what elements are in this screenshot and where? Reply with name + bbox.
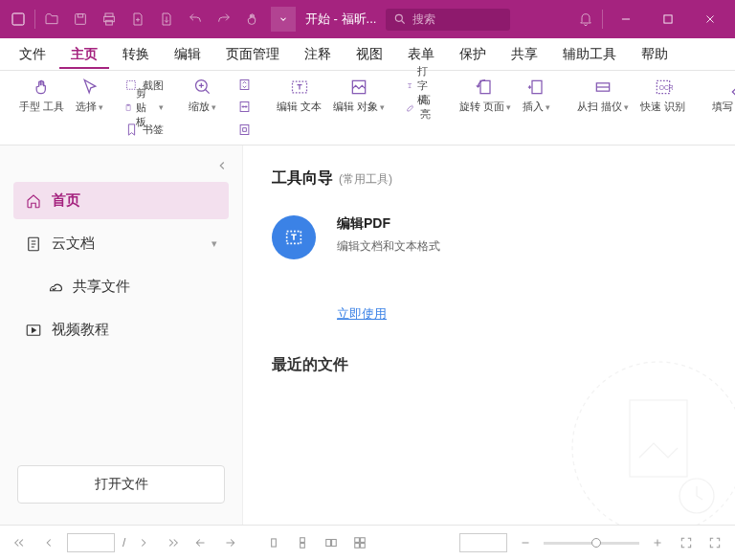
doc-export-icon[interactable] <box>152 5 181 34</box>
layout-facing-button[interactable] <box>321 532 342 553</box>
fill-sign-button[interactable]: 填写 &签名 <box>706 75 735 115</box>
use-now-link[interactable]: 立即使用 <box>337 305 387 323</box>
menu-bar: 文件 主页 转换 编辑 页面管理 注释 视图 表单 保护 共享 辅助工具 帮助 <box>0 38 735 71</box>
search-placeholder: 搜索 <box>412 11 435 28</box>
tool-desc: 编辑文档和文本格式 <box>337 238 440 255</box>
minimize-button[interactable] <box>605 0 647 38</box>
layout-cont-facing-button[interactable] <box>349 532 370 553</box>
svg-point-6 <box>396 14 403 21</box>
menu-annotate[interactable]: 注释 <box>293 40 343 69</box>
guide-title: 工具向导(常用工具) <box>272 168 706 189</box>
bell-icon[interactable] <box>571 5 600 34</box>
svg-rect-34 <box>361 538 366 543</box>
maximize-button[interactable] <box>647 0 689 38</box>
status-bar: / <box>0 525 735 560</box>
fullscreen-button[interactable] <box>704 532 725 553</box>
quickaccess-dropdown[interactable] <box>271 7 296 32</box>
open-file-button[interactable]: 打开文件 <box>17 465 225 504</box>
svg-rect-5 <box>106 20 113 25</box>
rotate-page-button[interactable]: 旋转 页面▾ <box>454 75 517 116</box>
zoom-input[interactable] <box>459 533 507 552</box>
menu-edit[interactable]: 编辑 <box>163 40 212 69</box>
tool-card: 编辑PDF 编辑文档和文本格式 <box>272 215 706 259</box>
bookmark-button[interactable]: 书签 <box>121 119 167 140</box>
zoom-slider[interactable] <box>544 542 639 545</box>
menu-protect[interactable]: 保护 <box>448 40 498 69</box>
edit-pdf-icon <box>272 215 316 259</box>
doc-add-icon[interactable] <box>123 5 152 34</box>
sidebar-collapse-icon[interactable] <box>215 159 229 172</box>
ribbon: 手型 工具 选择▾ 截图 剪贴板▾ 书签 缩放▾ 编辑 文本 编辑 对象▾ 打字… <box>0 71 735 146</box>
svg-rect-14 <box>240 124 249 134</box>
prev-page-button[interactable] <box>38 532 59 553</box>
page-total: / <box>122 536 125 549</box>
svg-rect-7 <box>664 15 672 23</box>
sidebar-item-cloud[interactable]: 云文档▾ <box>13 225 229 262</box>
menu-pagemgmt[interactable]: 页面管理 <box>214 40 291 69</box>
save-icon[interactable] <box>66 5 95 34</box>
svg-rect-8 <box>127 80 136 89</box>
from-scanner-button[interactable]: 从扫 描仪▾ <box>571 75 635 116</box>
svg-text:OCR: OCR <box>659 84 673 91</box>
svg-rect-36 <box>361 544 366 549</box>
layout-continuous-button[interactable] <box>292 532 313 553</box>
sidebar-item-video[interactable]: 视频教程 <box>13 311 229 348</box>
open-file-icon[interactable] <box>37 5 66 34</box>
menu-home[interactable]: 主页 <box>59 40 109 69</box>
svg-rect-32 <box>332 540 337 547</box>
ocr-button[interactable]: OCR快速 识别 <box>635 75 691 115</box>
svg-rect-17 <box>480 80 490 93</box>
fit-width-button[interactable] <box>234 97 256 117</box>
tool-title: 编辑PDF <box>337 215 440 233</box>
menu-convert[interactable]: 转换 <box>111 40 161 69</box>
background-decoration <box>563 352 735 525</box>
clipboard-button[interactable]: 剪贴板▾ <box>121 97 167 118</box>
svg-rect-26 <box>630 400 687 477</box>
title-bar: 开始 - 福昕... 搜索 <box>0 0 735 38</box>
svg-rect-33 <box>355 538 360 543</box>
menu-help[interactable]: 帮助 <box>630 40 679 69</box>
undo-icon[interactable] <box>181 5 210 34</box>
app-logo-icon[interactable] <box>4 5 33 34</box>
svg-rect-30 <box>301 544 305 549</box>
hand-dropdown-icon[interactable] <box>238 5 267 34</box>
layout-single-button[interactable] <box>263 532 284 553</box>
svg-rect-29 <box>301 538 305 543</box>
zoom-in-button[interactable] <box>647 532 668 553</box>
menu-accessibility[interactable]: 辅助工具 <box>551 40 628 69</box>
window-title: 开始 - 福昕... <box>305 11 376 28</box>
first-page-button[interactable] <box>10 532 31 553</box>
search-box[interactable]: 搜索 <box>386 9 510 31</box>
highlight-button[interactable]: 高亮 <box>402 97 438 118</box>
svg-rect-1 <box>76 14 86 25</box>
fit-screen-button[interactable] <box>676 532 697 553</box>
svg-rect-2 <box>78 14 82 17</box>
edit-object-button[interactable]: 编辑 对象▾ <box>327 75 390 116</box>
zoom-out-button[interactable] <box>515 532 536 553</box>
sidebar: 首页 云文档▾ 共享文件 视频教程 打开文件 <box>0 146 243 525</box>
svg-rect-28 <box>272 539 277 547</box>
close-button[interactable] <box>689 0 731 38</box>
menu-file[interactable]: 文件 <box>8 40 57 69</box>
select-tool-button[interactable]: 选择▾ <box>70 75 109 116</box>
forward-button[interactable] <box>219 532 240 553</box>
menu-view[interactable]: 视图 <box>345 40 394 69</box>
page-number-input[interactable] <box>67 533 115 552</box>
content-area: 工具向导(常用工具) 编辑PDF 编辑文档和文本格式 立即使用 最近的文件 <box>243 146 735 525</box>
edit-text-button[interactable]: 编辑 文本 <box>271 75 327 115</box>
zoom-button[interactable]: 缩放▾ <box>183 75 222 116</box>
last-page-button[interactable] <box>162 532 183 553</box>
print-icon[interactable] <box>95 5 123 34</box>
fit-page-button[interactable] <box>234 75 256 95</box>
svg-rect-18 <box>532 80 542 93</box>
hand-tool-button[interactable]: 手型 工具 <box>13 75 70 115</box>
menu-share[interactable]: 共享 <box>500 40 549 69</box>
fit-visible-button[interactable] <box>234 120 256 140</box>
next-page-button[interactable] <box>133 532 154 553</box>
back-button[interactable] <box>190 532 212 553</box>
insert-page-button[interactable]: 插入▾ <box>517 75 556 116</box>
sidebar-item-shared[interactable]: 共享文件 <box>13 268 229 305</box>
svg-rect-35 <box>355 544 360 549</box>
redo-icon[interactable] <box>210 5 238 34</box>
sidebar-item-home[interactable]: 首页 <box>13 182 229 219</box>
